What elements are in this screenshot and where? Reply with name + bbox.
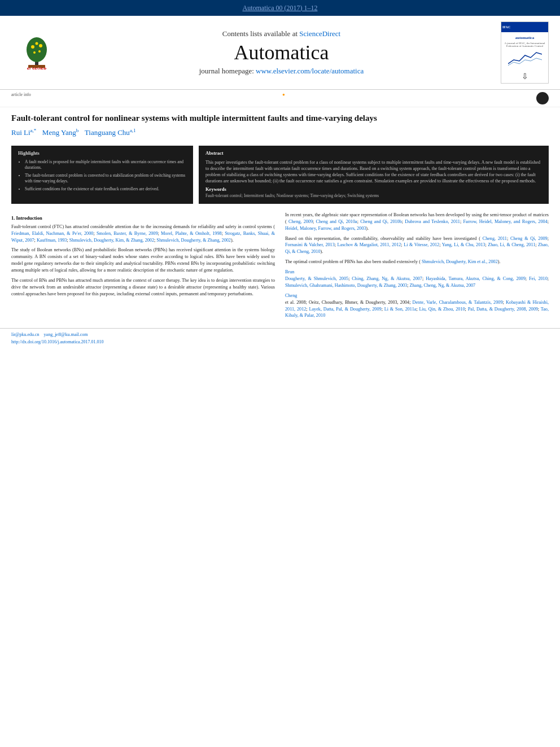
ref-shmulevich-ghahramani[interactable]: Shmulevich, Ghahramani, Hashimoto, Dough… xyxy=(285,283,407,288)
ref-li-vitesse[interactable]: Li & Vitesse, 2012 xyxy=(404,242,439,247)
right-text-2: Based on this representation, the contro… xyxy=(285,235,549,256)
cover-arrow-icon[interactable]: ⇩ xyxy=(501,70,548,83)
highlights-box: Highlights A fault model is proposed for… xyxy=(11,146,193,204)
abstract-heading: Abstract xyxy=(205,150,542,157)
ref-dougherty-shmulevich[interactable]: Dougherty, & Shmulevich, 2005 xyxy=(285,276,348,281)
ref-link-smolen[interactable]: Smolen, Baxter, & Byrne, 2009 xyxy=(97,231,158,236)
ref-dente[interactable]: Dente, Varle, Charalambous, & Talantzis,… xyxy=(413,300,503,305)
cover-subtitle: A journal of IFAC, the International Fed… xyxy=(503,42,546,47)
article-info-left: article info xyxy=(11,92,31,104)
author-link-2[interactable]: Meng Yangb xyxy=(42,128,78,137)
ref-layek[interactable]: Layek, Datta, Pal, & Dougherty, 2009 xyxy=(309,307,381,312)
ref-laschov[interactable]: Laschov & Margaliot, 2011, 2012 xyxy=(338,242,401,247)
banner-link[interactable]: Automatica 00 (2017) 1–12 xyxy=(243,4,318,12)
cover-graph-icon xyxy=(508,50,542,67)
intro-text-3: The control of BNs and PBNs has attracte… xyxy=(11,277,275,298)
ref-link-morel[interactable]: Morel, Plahte, & Omholt, 1998 xyxy=(161,231,222,236)
svg-point-6 xyxy=(38,50,41,53)
svg-point-4 xyxy=(36,42,38,45)
ref-link-dougherty-kim[interactable]: Dougherty, Kim, & Zhang, 2002 xyxy=(94,238,154,243)
ref-brun[interactable]: Brun xyxy=(285,269,294,274)
intro-text-2: The study of Boolean networks (BNs) and … xyxy=(11,247,275,274)
footnote-area: lir@pku.edu.cn yang_jeff@ku.mail.com htt… xyxy=(0,328,560,348)
circle-button-icon[interactable] xyxy=(536,92,549,104)
journal-cover-image: IFAC automatica A journal of IFAC, the I… xyxy=(501,21,549,84)
highlights-abstract-area: Highlights A fault model is proposed for… xyxy=(0,146,560,212)
ref-link-friedman[interactable]: Friedman, Elaldi, Nachman, & Pe'er, 2000 xyxy=(11,231,93,236)
elsevier-tree-icon: ELSEVIER xyxy=(14,36,59,69)
article-title: Fault-tolerant control for nonlinear sys… xyxy=(11,113,549,124)
ref-fei[interactable]: Fei, 2010 xyxy=(529,276,548,281)
svg-text:ELSEVIER: ELSEVIER xyxy=(27,67,47,69)
ref-link-shmulevich1[interactable]: Shmulevich, xyxy=(69,238,93,243)
right-text-3: The optimal control problem of PBNs has … xyxy=(285,259,549,265)
right-text-cheng: Cheng et al. 2008; Oeitz, Choudhary, Bhm… xyxy=(285,292,549,320)
right-text-brun: Brun Dougherty, & Shmulevich, 2005; Chin… xyxy=(285,269,549,289)
left-column: 1. Introduction Fault-tolerant control (… xyxy=(11,212,275,322)
highlights-heading: Highlights xyxy=(18,150,186,157)
cover-journal-name: automatica xyxy=(515,36,534,40)
highlight-item-2: The fault-tolerant control problem is co… xyxy=(25,173,186,185)
article-info-bar: article info ● xyxy=(0,90,560,107)
open-access-icon: ● xyxy=(282,92,285,97)
journal-header: ELSEVIER Contents lists available at Sci… xyxy=(0,16,560,90)
email-link-1[interactable]: lir@pku.edu.cn xyxy=(11,332,40,337)
right-column: In recent years, the algebraic state spa… xyxy=(285,212,549,322)
svg-point-3 xyxy=(39,44,42,47)
ref-farrow[interactable]: Farrow, Heidel, Maloney, and Rogers, 200… xyxy=(463,219,547,224)
ref-cheng2009[interactable]: Cheng, 2009 xyxy=(288,219,313,224)
science-direct-link[interactable]: ScienceDirect xyxy=(299,29,340,38)
ref-fornasini[interactable]: Fornasini & Valcher, 2013 xyxy=(285,242,335,247)
journal-title: Automatica xyxy=(62,41,501,64)
article-header: Fault-tolerant control for nonlinear sys… xyxy=(0,107,560,146)
ref-cheng2011[interactable]: Cheng, 2011 xyxy=(483,236,507,241)
top-banner: Automatica 00 (2017) 1–12 xyxy=(0,0,560,16)
full-page: Automatica 00 (2017) 1–12 ELSEVIER xyxy=(0,0,560,348)
right-text-1: In recent years, the algebraic state spa… xyxy=(285,212,549,232)
elsevier-logo: ELSEVIER xyxy=(11,36,62,69)
doi-line: http://dx.doi.org/10.1016/j.automatica.2… xyxy=(11,339,549,344)
ref-cheng-et-al[interactable]: Cheng xyxy=(285,293,297,298)
header-center: Contents lists available at ScienceDirec… xyxy=(62,29,501,76)
ref-pal-datta[interactable]: Pal, Datta, & Dougherty, 2008, 2009 xyxy=(468,307,538,312)
article-body: 1. Introduction Fault-tolerant control (… xyxy=(0,212,560,322)
abstract-box: Abstract This paper investigates the fau… xyxy=(199,146,549,204)
svg-point-1 xyxy=(27,37,47,62)
svg-point-2 xyxy=(31,45,34,49)
article-authors: Rui Lia,* Meng Yangb Tianguang Chua,1 xyxy=(11,128,549,137)
article-open-access: ● xyxy=(282,92,285,104)
keywords-heading: Keywords xyxy=(205,186,542,193)
email-link-2[interactable]: yang_jeff@ku.mail.com xyxy=(44,332,88,337)
doi-link[interactable]: http://dx.doi.org/10.1016/j.automatica.2… xyxy=(11,339,104,344)
footnote-emails: lir@pku.edu.cn yang_jeff@ku.mail.com xyxy=(11,332,549,337)
keywords-text: Fault-tolerant control; Intermittent fau… xyxy=(205,193,542,199)
ref-cheng-qi-2010b[interactable]: Cheng and Qi, 2010b xyxy=(360,219,402,224)
ref-ching-zhang[interactable]: Ching, Zhang, Ng, & Akutsu, 2007 xyxy=(352,276,422,281)
svg-point-5 xyxy=(33,51,36,54)
ref-link-shmulevich2[interactable]: Shmulevich, Dougherty, & Zhang, 2002 xyxy=(156,238,231,243)
abstract-text: This paper investigates the fault-tolera… xyxy=(205,159,542,185)
ref-cheng-qi-2010a[interactable]: Cheng and Qi, 2010a xyxy=(316,219,357,224)
ref-link-strogatz[interactable]: Strogatz, xyxy=(225,231,241,236)
ref-dubrova[interactable]: Dubrova and Teslenko, 2011 xyxy=(405,219,460,224)
ref-yang-li-chu[interactable]: Yang, Li, & Chu, 2013 xyxy=(442,242,485,247)
ref-li-son[interactable]: Li & Son, 2011a xyxy=(384,307,417,312)
ref-hayashida[interactable]: Hayashida, Tamura, Akutsu, Ching, & Cong… xyxy=(426,276,526,281)
homepage-link[interactable]: www.elsevier.com/locate/automatica xyxy=(256,67,364,75)
author-link-3[interactable]: Tianguang Chua,1 xyxy=(85,128,136,137)
ref-cheng-qi-2009[interactable]: Cheng & Qi, 2009 xyxy=(510,236,548,241)
ref-shmulevich-dougherty-kim[interactable]: Shmulevich, Dougherty, Kim et al., 2002 xyxy=(422,259,498,264)
journal-homepage: journal homepage: www.elsevier.com/locat… xyxy=(62,67,501,76)
ref-liu-qin[interactable]: Liu, Qin, & Zhou, 2010 xyxy=(419,307,465,312)
ref-zhao-li[interactable]: Zhao, Li, & Cheng, 2011 xyxy=(488,242,535,247)
contents-line: Contents lists available at ScienceDirec… xyxy=(62,29,501,38)
author-link-1[interactable]: Rui Lia,* xyxy=(11,128,36,137)
highlight-item-3: Sufficient conditions for the existence … xyxy=(25,186,186,193)
ref-zhang-cheng-ng[interactable]: Zhang, Cheng, Ng, & Akutsu, 2007 xyxy=(410,283,476,288)
ref-link-kauffman[interactable]: Kauffman, 1993 xyxy=(37,238,67,243)
intro-text-1: Fault-tolerant control (FTC) has attract… xyxy=(11,224,275,244)
highlight-item-1: A fault model is proposed for multiple i… xyxy=(25,159,186,171)
intro-heading: 1. Introduction xyxy=(11,215,275,222)
ref-heidel[interactable]: Heidel, Maloney, Farrow, and Rogers, 200… xyxy=(285,226,366,231)
cover-body: automatica A journal of IFAC, the Intern… xyxy=(501,32,548,70)
